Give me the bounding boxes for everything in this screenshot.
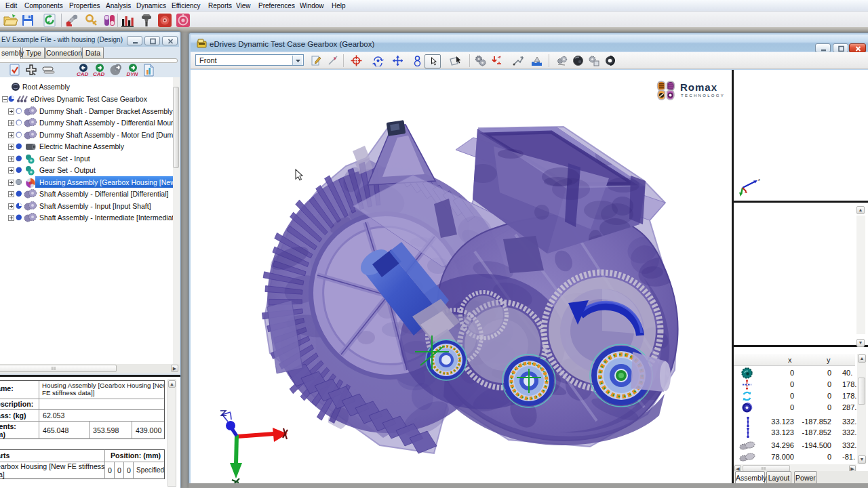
svg-text:CAD: CAD bbox=[93, 71, 105, 77]
svg-text:z: z bbox=[758, 178, 760, 182]
svg-text:CAD: CAD bbox=[77, 71, 89, 77]
svg-text:DYN: DYN bbox=[127, 71, 138, 77]
